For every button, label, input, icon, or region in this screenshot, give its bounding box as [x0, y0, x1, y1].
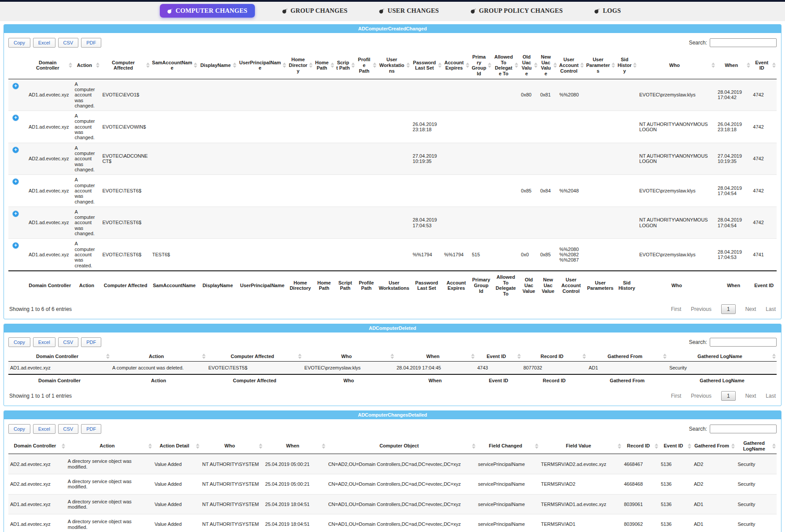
table-cell: [492, 143, 519, 175]
pagination-next[interactable]: Next: [745, 306, 756, 312]
pagination-next[interactable]: Next: [745, 393, 756, 399]
column-header-when[interactable]: When: [395, 351, 475, 362]
column-header-record-id[interactable]: Record ID: [522, 351, 587, 362]
column-header-who[interactable]: Who: [200, 438, 263, 454]
column-header-action[interactable]: Action: [73, 52, 101, 79]
copy-button[interactable]: Copy: [8, 424, 30, 434]
column-header-gathered-logname[interactable]: Gathered LogName: [736, 438, 777, 454]
column-header-primary-group-id[interactable]: Primary Group Id: [470, 52, 493, 79]
pdf-button[interactable]: PDF: [81, 337, 101, 347]
csv-button[interactable]: CSV: [58, 337, 79, 347]
pagination-last[interactable]: Last: [766, 393, 776, 399]
column-header-samaccountname[interactable]: SamAccountName: [151, 52, 198, 79]
column-header-gathered-from[interactable]: Gathered From: [587, 351, 667, 362]
column-header-action-detail[interactable]: Action Detail: [153, 438, 200, 454]
tab-group-policy-changes[interactable]: GROUP POLICY CHANGES: [466, 4, 567, 18]
column-header-label: Event ID: [486, 354, 506, 359]
column-header-computer-affected[interactable]: Computer Affected: [100, 52, 150, 79]
expand-row-button[interactable]: +: [12, 211, 19, 217]
column-header-event-id[interactable]: Event ID: [751, 52, 777, 79]
column-header-field-value[interactable]: Field Value: [539, 438, 622, 454]
pagination-previous[interactable]: Previous: [691, 393, 711, 399]
expand-row-button[interactable]: +: [12, 147, 19, 153]
expand-row-button[interactable]: +: [12, 242, 19, 249]
search-input[interactable]: [710, 338, 777, 347]
column-header-displayname[interactable]: DisplayName: [198, 52, 237, 79]
column-footer-computer-affected: Computer Affected: [100, 271, 150, 300]
pdf-button[interactable]: PDF: [81, 424, 101, 434]
table-cell: AD1.ad.evotec.xyz: [27, 111, 73, 143]
table-cell: [616, 79, 638, 111]
column-footer-allowed-to-delegate-to: Allowed To Delegate To: [492, 271, 519, 300]
column-header-record-id[interactable]: Record ID: [622, 438, 659, 454]
column-header-profile-path[interactable]: Profile Path: [356, 52, 377, 79]
tab-user-changes[interactable]: USER CHANGES: [375, 4, 443, 18]
column-header-userprincipalname[interactable]: UserPrincipalName: [237, 52, 287, 79]
column-header-who[interactable]: Who: [302, 351, 394, 362]
sort-arrows-icon: [612, 63, 615, 68]
column-header-gathered-from[interactable]: Gathered From: [692, 438, 736, 454]
pagination-first[interactable]: First: [671, 393, 681, 399]
column-footer-domain-controller: Domain Controller: [27, 271, 73, 300]
pagination-current-page[interactable]: 1: [721, 391, 736, 401]
tab-group-changes[interactable]: GROUP CHANGES: [278, 4, 352, 18]
column-header-gathered-logname[interactable]: Gathered LogName: [667, 351, 777, 362]
table-cell: AD1.ad.evotec.xyz: [27, 207, 73, 239]
column-header-home-path[interactable]: Home Path: [313, 52, 335, 79]
column-header-when[interactable]: When: [263, 438, 326, 454]
column-header-script-path[interactable]: Script Path: [335, 52, 356, 79]
csv-button[interactable]: CSV: [58, 38, 79, 48]
table-cell: 28.04.2019 17:04:53: [716, 239, 751, 271]
copy-button[interactable]: Copy: [8, 38, 30, 48]
column-header-event-id[interactable]: Event ID: [659, 438, 692, 454]
pagination-last[interactable]: Last: [766, 306, 776, 312]
column-header-user-workstations[interactable]: User Workstations: [377, 52, 411, 79]
pdf-button[interactable]: PDF: [81, 38, 101, 48]
column-header-who[interactable]: Who: [638, 52, 716, 79]
pagination-first[interactable]: First: [671, 306, 681, 312]
search-input[interactable]: [710, 38, 777, 47]
column-header-event-id[interactable]: Event ID: [475, 351, 522, 362]
export-buttons: CopyExcelCSVPDF: [8, 38, 104, 48]
excel-button[interactable]: Excel: [33, 38, 55, 48]
column-header-old-uac-value[interactable]: Old Uac Value: [519, 52, 538, 79]
search-input[interactable]: [710, 425, 777, 433]
expand-row-button[interactable]: +: [12, 115, 19, 121]
column-header-new-uac-value[interactable]: New Uac Value: [538, 52, 558, 79]
table-cell: AD2.ad.evotec.xyz: [8, 474, 66, 495]
tab-label: GROUP CHANGES: [291, 7, 348, 15]
column-header-password-last-set[interactable]: Password Last Set: [411, 52, 442, 79]
csv-button[interactable]: CSV: [58, 424, 79, 434]
column-header-when[interactable]: When: [716, 52, 751, 79]
excel-button[interactable]: Excel: [33, 337, 55, 347]
column-header-domain-controller[interactable]: Domain Controller: [8, 438, 66, 454]
tab-computer-changes[interactable]: COMPUTER CHANGES: [160, 4, 255, 18]
table-cell: [198, 143, 237, 175]
pagination-current-page[interactable]: 1: [721, 304, 736, 314]
column-header-field-changed[interactable]: Field Changed: [476, 438, 539, 454]
column-header-allowed-to-delegate-to[interactable]: Allowed To Delegate To: [492, 52, 519, 79]
column-header-domain-controller[interactable]: Domain Controller: [27, 52, 73, 79]
column-header-sid-history[interactable]: Sid History: [616, 52, 638, 79]
expand-row-button[interactable]: +: [12, 178, 19, 185]
column-header-user-account-control[interactable]: User Account Control: [558, 52, 585, 79]
excel-button[interactable]: Excel: [33, 424, 55, 434]
column-header-action[interactable]: Action: [66, 438, 153, 454]
table-cell: [558, 143, 585, 175]
copy-button[interactable]: Copy: [8, 337, 30, 347]
sort-arrows-icon: [618, 443, 621, 449]
column-header-action[interactable]: Action: [111, 351, 206, 362]
search-label: Search:: [689, 40, 707, 46]
column-header-label: Action: [100, 443, 114, 448]
column-header-domain-controller[interactable]: Domain Controller: [8, 351, 111, 362]
column-header-computer-object[interactable]: Computer Object: [326, 438, 476, 454]
table-cell: [356, 239, 377, 271]
sort-arrows-icon: [322, 443, 325, 449]
column-header-computer-affected[interactable]: Computer Affected: [206, 351, 302, 362]
column-header-user-parameters[interactable]: User Parameters: [585, 52, 616, 79]
pagination-previous[interactable]: Previous: [691, 306, 711, 312]
column-header-home-directory[interactable]: Home Directory: [287, 52, 313, 79]
expand-row-button[interactable]: +: [12, 83, 19, 89]
tab-logs[interactable]: LOGS: [590, 4, 625, 18]
column-header-account-expires[interactable]: Account Expires: [442, 52, 470, 79]
